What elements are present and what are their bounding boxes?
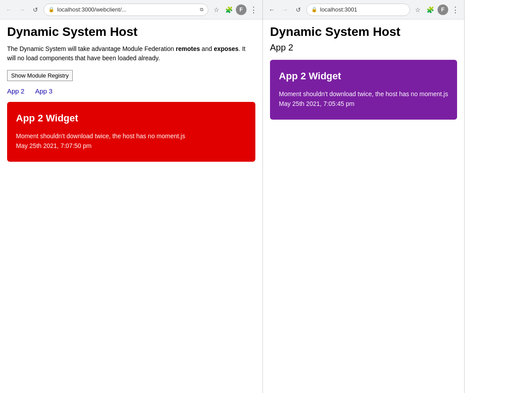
right-widget-title: App 2 Widget xyxy=(279,70,448,82)
right-widget-card: App 2 Widget Moment shouldn't download t… xyxy=(270,60,457,120)
url-text-right: localhost:3001 xyxy=(320,6,405,13)
app2-link[interactable]: App 2 xyxy=(7,87,24,95)
lock-icon-right: 🔒 xyxy=(311,7,317,12)
external-link-icon: ⧉ xyxy=(200,7,203,12)
right-page-subtitle: App 2 xyxy=(270,43,457,53)
right-page-title: Dynamic System Host xyxy=(270,25,457,39)
app3-link[interactable]: App 3 xyxy=(35,87,52,95)
description-bold-exposes: exposes xyxy=(214,45,239,52)
star-button-left[interactable]: ☆ xyxy=(211,4,222,15)
menu-button-left[interactable]: ⋮ xyxy=(248,4,259,15)
left-widget-title: App 2 Widget xyxy=(16,113,246,124)
description-text-2: and xyxy=(200,45,214,52)
url-text-left: localhost:3000/webclient/... xyxy=(57,6,197,13)
description-text-1: The Dynamic System will take advantage M… xyxy=(7,45,176,52)
left-widget-line1: Moment shouldn't download twice, the hos… xyxy=(16,132,185,140)
toolbar-right-right: ☆ 🧩 F ⋮ xyxy=(413,4,461,15)
back-button-right[interactable]: ← xyxy=(266,4,277,15)
profile-button-right[interactable]: F xyxy=(438,4,448,15)
forward-button-right[interactable]: → xyxy=(280,4,290,15)
left-widget-body: Moment shouldn't download twice, the hos… xyxy=(16,131,246,151)
right-widget-body: Moment shouldn't download twice, the hos… xyxy=(279,89,448,109)
address-bar-right[interactable]: 🔒 localhost:3001 xyxy=(306,4,410,16)
left-toolbar: ← → ↺ 🔒 localhost:3000/webclient/... ⧉ ☆… xyxy=(0,0,262,19)
right-widget-line1: Moment shouldn't download twice, the hos… xyxy=(279,90,448,97)
extensions-button-right[interactable]: 🧩 xyxy=(425,4,436,15)
reload-button-right[interactable]: ↺ xyxy=(293,4,304,15)
profile-button-left[interactable]: F xyxy=(236,4,246,15)
reload-button[interactable]: ↺ xyxy=(30,4,41,15)
toolbar-right-left: ☆ 🧩 F ⋮ xyxy=(211,4,259,15)
menu-button-right[interactable]: ⋮ xyxy=(450,4,461,15)
left-page-description: The Dynamic System will take advantage M… xyxy=(7,44,255,63)
left-page-content: Dynamic System Host The Dynamic System w… xyxy=(0,19,262,393)
address-bar-left[interactable]: 🔒 localhost:3000/webclient/... ⧉ xyxy=(43,4,208,16)
lock-icon: 🔒 xyxy=(48,7,55,12)
back-button[interactable]: ← xyxy=(4,4,14,15)
left-nav-links: App 2 App 3 xyxy=(7,87,255,95)
right-page-content: Dynamic System Host App 2 App 2 Widget M… xyxy=(263,19,464,393)
extensions-button-left[interactable]: 🧩 xyxy=(223,4,234,15)
show-module-registry-button[interactable]: Show Module Registry xyxy=(7,70,73,81)
star-button-right[interactable]: ☆ xyxy=(413,4,423,15)
forward-button[interactable]: → xyxy=(17,4,27,15)
left-page-title: Dynamic System Host xyxy=(7,25,255,39)
right-widget-line2: May 25th 2021, 7:05:45 pm xyxy=(279,100,354,107)
left-widget-line2: May 25th 2021, 7:07:50 pm xyxy=(16,142,91,149)
right-toolbar: ← → ↺ 🔒 localhost:3001 ☆ 🧩 F ⋮ xyxy=(263,0,464,19)
description-bold-remotes: remotes xyxy=(176,45,200,52)
left-browser-window: ← → ↺ 🔒 localhost:3000/webclient/... ⧉ ☆… xyxy=(0,0,263,393)
left-widget-card: App 2 Widget Moment shouldn't download t… xyxy=(7,102,255,162)
right-browser-window: ← → ↺ 🔒 localhost:3001 ☆ 🧩 F ⋮ Dynamic S… xyxy=(263,0,465,393)
